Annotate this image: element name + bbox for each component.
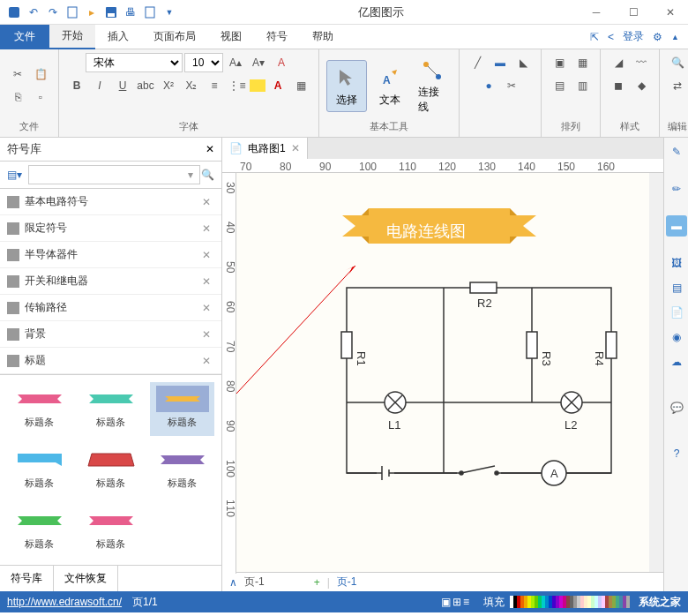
font-grow-icon[interactable]: A▴ xyxy=(225,53,246,72)
shape-item[interactable]: 标题条 xyxy=(79,504,143,558)
font-size-select[interactable]: 10 xyxy=(184,53,223,72)
lib-item[interactable]: 传输路径✕ xyxy=(0,295,221,321)
page-label-2[interactable]: 页-1 xyxy=(337,575,357,590)
superscript-icon[interactable]: X² xyxy=(158,76,179,95)
comment-icon[interactable]: 💬 xyxy=(666,397,687,418)
doc-icon[interactable]: ▫ xyxy=(30,87,51,107)
highlight-icon[interactable] xyxy=(250,79,265,92)
search-icon[interactable]: 🔍 xyxy=(197,165,218,184)
cut-icon[interactable]: ✂ xyxy=(7,64,28,84)
crop-icon[interactable]: ✂ xyxy=(501,76,522,95)
tab-start[interactable]: 开始 xyxy=(49,25,95,49)
view-icon[interactable]: ▣ xyxy=(441,596,451,608)
sidebar-tab-recovery[interactable]: 文件恢复 xyxy=(54,566,118,591)
strike-icon[interactable]: abc xyxy=(135,76,156,95)
select-tool[interactable]: 选择 xyxy=(326,60,367,112)
subscript-icon[interactable]: X₂ xyxy=(181,76,202,95)
nav-up-icon[interactable]: ∧ xyxy=(229,576,237,589)
paste-icon[interactable]: 📋 xyxy=(30,64,51,84)
sidebar-close-icon[interactable]: ✕ xyxy=(206,143,214,155)
pen-icon[interactable]: ✏ xyxy=(666,178,687,199)
title-banner[interactable]: 电路连线图 xyxy=(342,208,536,252)
share2-icon[interactable]: < xyxy=(608,31,614,43)
tab-symbol[interactable]: 符号 xyxy=(254,25,300,49)
rect-icon[interactable]: ▬ xyxy=(490,53,511,72)
font-name-select[interactable]: 宋体 xyxy=(86,53,183,72)
add-page-icon[interactable]: + xyxy=(314,576,320,589)
underline-icon[interactable]: U xyxy=(112,76,133,95)
shadow-icon[interactable]: ◼ xyxy=(608,76,629,95)
connector-tool[interactable]: 连接线 xyxy=(413,53,452,118)
login-link[interactable]: 登录 xyxy=(623,29,644,44)
circuit-diagram[interactable]: R1 R2 R3 R4 L1 L2 A xyxy=(338,279,620,500)
color-palette[interactable] xyxy=(510,596,630,608)
lib-close-icon[interactable]: ✕ xyxy=(198,222,214,235)
text-tool[interactable]: A 文本 xyxy=(370,61,409,111)
lib-item[interactable]: 限定符号✕ xyxy=(0,215,221,242)
triangle-icon[interactable]: ◣ xyxy=(512,53,534,72)
save-icon[interactable] xyxy=(104,5,118,19)
shape-item[interactable]: 标题条 xyxy=(79,382,143,436)
lib-item[interactable]: 背景✕ xyxy=(0,321,221,348)
line-icon[interactable]: ╱ xyxy=(467,53,488,72)
back-icon[interactable]: ▥ xyxy=(572,76,593,95)
tab-layout[interactable]: 页面布局 xyxy=(141,25,208,49)
close-icon[interactable]: ✕ xyxy=(291,142,300,154)
italic-icon[interactable]: I xyxy=(89,76,110,95)
fontcolor-icon[interactable]: A xyxy=(267,76,288,95)
tab-help[interactable]: 帮助 xyxy=(300,25,346,49)
theme-icon[interactable]: ◆ xyxy=(631,76,652,95)
redo-icon[interactable]: ↷ xyxy=(46,5,60,19)
shape-item[interactable]: 标题条 xyxy=(150,443,214,497)
undo-icon[interactable]: ↶ xyxy=(26,5,41,19)
group-icon[interactable]: ▦ xyxy=(572,53,593,72)
image-icon[interactable]: 🖼 xyxy=(666,252,687,274)
print-icon[interactable]: 🖶 xyxy=(123,5,138,19)
lib-item[interactable]: 开关和继电器✕ xyxy=(0,268,221,295)
layer-icon[interactable]: ▤ xyxy=(666,277,687,298)
maximize-button[interactable]: ☐ xyxy=(616,0,651,25)
tab-insert[interactable]: 插入 xyxy=(95,25,141,49)
lib-close-icon[interactable]: ✕ xyxy=(198,302,214,314)
shape-item[interactable]: 标题条 xyxy=(7,382,71,436)
export-icon[interactable] xyxy=(143,5,157,19)
find-icon[interactable]: 🔍 xyxy=(667,53,688,72)
line-style-icon[interactable]: 〰 xyxy=(631,53,652,72)
close-button[interactable]: ✕ xyxy=(653,0,688,25)
align-left-icon[interactable]: ▣ xyxy=(549,53,570,72)
folder-icon[interactable]: ▸ xyxy=(85,5,99,19)
lib-close-icon[interactable]: ✕ xyxy=(198,196,214,208)
url-link[interactable]: http://www.edrawsoft.cn/ xyxy=(7,596,122,608)
doc-tab[interactable]: 📄 电路图1 ✕ xyxy=(222,138,308,159)
align-icon[interactable]: ▦ xyxy=(290,76,311,95)
lib-item[interactable]: 半导体器件✕ xyxy=(0,242,221,268)
shape-item[interactable]: 标题条 xyxy=(150,382,214,436)
tab-view[interactable]: 视图 xyxy=(208,25,254,49)
gear-icon[interactable]: ⚙ xyxy=(653,31,662,43)
page-label[interactable]: 页-1 xyxy=(244,575,265,590)
file-menu[interactable]: 文件 xyxy=(0,25,49,49)
bullets-icon[interactable]: ⋮≡ xyxy=(227,76,248,95)
minimize-button[interactable]: ─ xyxy=(579,0,614,25)
theme-panel-icon[interactable]: ◉ xyxy=(666,327,687,348)
shape-item[interactable]: 标题条 xyxy=(79,443,143,497)
copy-icon[interactable]: ⎘ xyxy=(7,87,28,107)
fill-icon[interactable]: ◢ xyxy=(608,53,629,72)
lib-close-icon[interactable]: ✕ xyxy=(198,328,214,341)
chevron-up-icon[interactable]: ▲ xyxy=(671,33,679,41)
view2-icon[interactable]: ⊞ xyxy=(452,596,461,608)
search-input[interactable] xyxy=(28,165,200,184)
bold-icon[interactable]: B xyxy=(66,76,87,95)
replace-icon[interactable]: ⇄ xyxy=(667,76,688,95)
linespacing-icon[interactable]: ≡ xyxy=(204,76,225,95)
new-icon[interactable] xyxy=(65,5,79,19)
fill-panel-icon[interactable]: ▬ xyxy=(666,215,687,237)
help-icon[interactable]: ? xyxy=(666,443,687,464)
share-icon[interactable]: ⇱ xyxy=(590,31,599,43)
font-clear-icon[interactable]: A xyxy=(271,53,292,72)
shape-item[interactable]: 标题条 xyxy=(7,504,71,558)
font-shrink-icon[interactable]: A▾ xyxy=(248,53,269,72)
cloud-icon[interactable]: ☁ xyxy=(666,351,687,372)
lib-close-icon[interactable]: ✕ xyxy=(198,355,214,367)
ellipse-icon[interactable]: ● xyxy=(478,76,499,95)
